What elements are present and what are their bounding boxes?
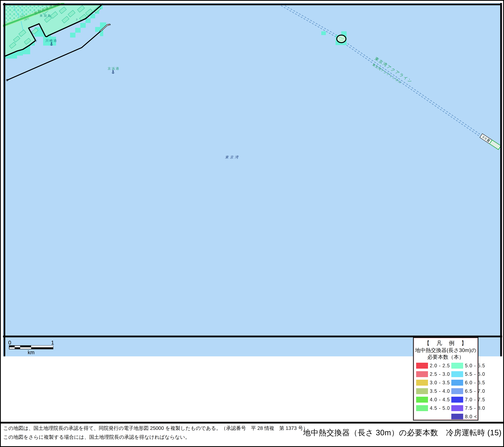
footer-divider	[1, 422, 504, 424]
legend-item: 7.0 - 7.5	[451, 397, 485, 403]
legend-item: 4.5 - 5.0	[416, 405, 450, 411]
legend-item: 6.0 - 6.5	[451, 380, 485, 386]
legend-swatch	[416, 371, 428, 377]
legend-range-label: 8.0 <	[465, 414, 477, 420]
legend-swatch	[416, 405, 428, 411]
legend-item: 2.0 - 2.5	[416, 363, 450, 369]
legend-swatch	[416, 388, 428, 394]
scale-zero-label: 0	[8, 340, 11, 346]
kawasaki-port-label: 川崎港	[45, 39, 57, 42]
legend-title-line2: 地中熱交換器(長さ30m)の	[414, 347, 478, 354]
legend-range-label: 4.0 - 4.5	[430, 397, 450, 403]
legend-item: 3.0 - 3.5	[416, 380, 450, 386]
higashi-ogishima-label: 東扇島	[40, 14, 52, 17]
legend-title-line3: 必要本数（本）	[414, 354, 478, 361]
legend-item: 5.0 - 5.5	[451, 363, 485, 369]
legend-item: 5.5 - 6.0	[451, 371, 485, 377]
legend-swatch	[416, 363, 428, 369]
legend-column-left: 2.0 - 2.5 2.5 - 3.0 3.0 - 3.5 3.5 - 4.0 …	[416, 363, 450, 420]
scale-unit-label: km	[28, 350, 35, 355]
pier-3-label: 3	[76, 18, 77, 21]
legend-item: 3.5 - 4.0	[416, 388, 450, 394]
legend-title-bracket: 【 凡 例 】	[414, 339, 478, 347]
legend-range-label: 6.5 - 7.0	[465, 388, 485, 394]
map-sheet-page: (357) (357) 首都高速湾岸線 東扇島 2 3 川崎港 京浜港 東京湾	[0, 0, 504, 447]
attribution-line-2: この地図をさらに複製する場合には、国土地理院長の承認を得なければならない。	[3, 434, 190, 441]
legend-item: 8.0 <	[451, 414, 485, 420]
legend-swatch	[451, 388, 463, 394]
map-canvas: (357) (357) 首都高速湾岸線 東扇島 2 3 川崎港 京浜港 東京湾	[3, 3, 503, 356]
legend-range-label: 5.5 - 6.0	[465, 371, 485, 377]
sea-background	[3, 3, 503, 356]
legend-item: 4.0 - 4.5	[416, 397, 450, 403]
ventilation-island	[337, 35, 346, 43]
legend-item: 6.5 - 7.0	[451, 388, 485, 394]
legend-swatch	[451, 397, 463, 403]
legend-swatch	[451, 371, 463, 377]
legend-swatch	[451, 414, 463, 420]
pier-2-label: 2	[36, 39, 37, 42]
legend-range-label: 5.0 - 5.5	[465, 363, 485, 369]
legend-range-label: 7.0 - 7.5	[465, 397, 485, 403]
legend-column-right: 5.0 - 5.5 5.5 - 6.0 6.0 - 6.5 6.5 - 7.0 …	[451, 363, 485, 420]
legend-swatch	[451, 363, 463, 369]
legend-range-label: 7.5 - 8.0	[465, 405, 485, 411]
legend-range-label: 2.5 - 3.0	[430, 371, 450, 377]
tokyo-bay-label: 東京湾	[225, 155, 240, 159]
legend-swatch	[451, 380, 463, 386]
legend-item: 7.5 - 8.0	[451, 405, 485, 411]
legend-columns: 2.0 - 2.5 2.5 - 3.0 3.0 - 3.5 3.5 - 4.0 …	[414, 361, 478, 420]
legend-range-label: 4.5 - 5.0	[430, 405, 450, 411]
legend-item: 2.5 - 3.0	[416, 371, 450, 377]
legend-range-label: 3.5 - 4.0	[430, 388, 450, 394]
legend-range-label: 2.0 - 2.5	[430, 363, 450, 369]
legend-range-label: 3.0 - 3.5	[430, 380, 450, 386]
legend-box: 【 凡 例 】 地中熱交換器(長さ30m)の 必要本数（本） 2.0 - 2.5…	[413, 337, 478, 421]
keihin-port-label: 京浜港	[108, 67, 120, 70]
page-title: 地中熱交換器（長さ 30m）の必要本数 冷房運転時 (15)	[303, 428, 502, 438]
legend-swatch	[451, 405, 463, 411]
legend-swatch	[416, 397, 428, 403]
attribution-line-1: この地図は、国土地理院長の承認を得て、同院発行の電子地形図 25000 を複製し…	[3, 425, 308, 432]
scale-one-label: 1	[51, 340, 54, 346]
legend-range-label: 6.0 - 6.5	[465, 380, 485, 386]
legend-swatch	[416, 380, 428, 386]
